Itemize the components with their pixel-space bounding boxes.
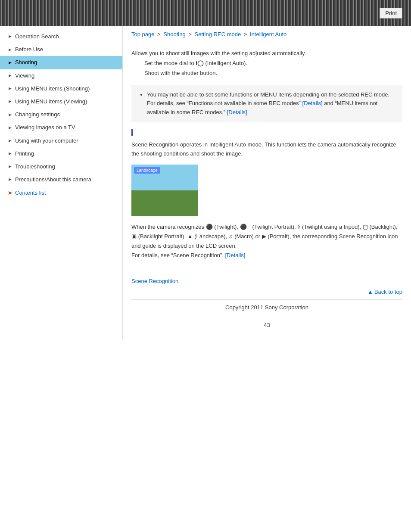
- print-button[interactable]: Print: [380, 8, 402, 19]
- page-number: 43: [131, 319, 402, 331]
- breadcrumb-sep1: >: [156, 31, 162, 37]
- section-header: [131, 129, 402, 136]
- sidebar-item-menu-shooting[interactable]: ► Using MENU items (Shooting): [0, 82, 122, 95]
- scene-details-link[interactable]: [Details]: [225, 252, 246, 258]
- arrow-icon-10: ►: [8, 163, 12, 170]
- footer: Copyright 2011 Sony Corporation: [131, 299, 402, 319]
- section-header-text: [137, 129, 138, 136]
- main-content: Top page > Shooting > Setting REC mode >…: [123, 26, 411, 339]
- sidebar-label-3: Viewing: [15, 72, 34, 80]
- sidebar-label-0: Operation Search: [15, 33, 59, 40]
- backlight-portrait-icon: ▣: [131, 233, 138, 240]
- sidebar-item-viewing-tv[interactable]: ► Viewing images on a TV: [0, 121, 122, 134]
- arrow-icon-8: ►: [8, 137, 12, 144]
- sidebar-item-before-use[interactable]: ► Before Use: [0, 43, 122, 56]
- sidebar-label-1: Before Use: [15, 46, 43, 53]
- portrait-icon: ▶: [262, 233, 268, 240]
- arrow-icon-3: ►: [8, 72, 12, 79]
- sidebar-item-precautions[interactable]: ► Precautions/About this camera: [0, 173, 122, 186]
- note-box: You may not be able to set some function…: [131, 85, 402, 122]
- footer-text: Copyright 2011 Sony Corporation: [225, 304, 308, 311]
- back-to-top-row: ▲Back to top: [131, 289, 402, 295]
- sidebar-label-4: Using MENU items (Shooting): [15, 85, 90, 93]
- arrow-icon-2: ►: [8, 59, 12, 66]
- sidebar-item-menu-viewing[interactable]: ► Using MENU items (Viewing): [0, 95, 122, 108]
- breadcrumb-sep2: >: [187, 31, 193, 37]
- sidebar-item-troubleshooting[interactable]: ► Troubleshooting: [0, 160, 122, 173]
- arrow-icon-11: ►: [8, 176, 12, 183]
- twilight-portrait-icon: ⚫: [240, 224, 252, 230]
- scene-recognition-intro: Scene Recognition operates in Intelligen…: [131, 140, 402, 159]
- sidebar-item-changing-settings[interactable]: ► Changing settings: [0, 108, 122, 121]
- twilight-tripod-icon: ⚕: [297, 224, 302, 230]
- mode-dial-icon: i◯: [196, 60, 205, 66]
- breadcrumb-setting-rec[interactable]: Setting REC mode: [194, 31, 241, 37]
- divider-1: [131, 269, 402, 269]
- related-links: Scene Recognition: [131, 278, 402, 284]
- sidebar-label-7: Viewing images on a TV: [15, 124, 75, 131]
- sidebar-label-6: Changing settings: [15, 111, 60, 118]
- sidebar-label-8: Using with your computer: [15, 137, 78, 145]
- breadcrumb-top[interactable]: Top page: [131, 31, 155, 37]
- back-to-top-triangle: ▲: [367, 289, 373, 295]
- note-link-2[interactable]: [Details]: [227, 109, 247, 115]
- sidebar-label-2: Shooting: [15, 59, 37, 66]
- arrow-icon-4: ►: [8, 85, 12, 92]
- breadcrumb-shooting[interactable]: Shooting: [163, 31, 185, 37]
- landscape-image: Landscape: [131, 165, 198, 216]
- sidebar-label-11: Precautions/About this camera: [15, 176, 91, 184]
- contents-list-label: Contents list: [15, 190, 46, 196]
- main-description: Allows you to shoot still images with th…: [131, 49, 402, 78]
- note-link-1[interactable]: [Details]: [302, 100, 323, 106]
- arrow-icon-7: ►: [8, 124, 12, 131]
- twilight-icon: ⚫: [206, 224, 215, 230]
- landscape-icon: ▲: [187, 233, 194, 240]
- image-overlay-label: Landscape: [134, 167, 160, 174]
- step1-text: Set the mode dial to i◯ (Intelligent Aut…: [144, 58, 402, 68]
- sidebar-label-10: Troubleshooting: [15, 163, 55, 171]
- scene-details: When the camera recognizes ⚫ (Twilight),…: [131, 222, 402, 260]
- arrow-icon-6: ►: [8, 112, 12, 118]
- scene-details-link-text: For details, see “Scene Recognition”.: [131, 252, 225, 258]
- arrow-icon-9: ►: [8, 150, 12, 157]
- description-text: Allows you to shoot still images with th…: [131, 50, 306, 56]
- back-to-top-label: Back to top: [374, 289, 402, 295]
- arrow-icon-5: ►: [8, 98, 12, 105]
- back-to-top-link[interactable]: ▲Back to top: [367, 289, 402, 295]
- sidebar-item-shooting[interactable]: ► Shooting: [0, 56, 122, 69]
- header-bar: Print: [0, 0, 411, 26]
- sidebar: ► Operation Search ► Before Use ► Shooti…: [0, 26, 123, 339]
- arrow-icon-1: ►: [8, 47, 12, 53]
- main-layout: ► Operation Search ► Before Use ► Shooti…: [0, 26, 411, 339]
- sidebar-label-9: Printing: [15, 150, 34, 158]
- contents-list-link[interactable]: ➤ Contents list: [0, 186, 122, 199]
- contents-arrow-icon: ➤: [8, 190, 12, 196]
- sidebar-item-using-computer[interactable]: ► Using with your computer: [0, 134, 122, 147]
- breadcrumb-intelligent-auto[interactable]: Intelligent Auto: [250, 31, 286, 37]
- macro-icon: ♫: [229, 233, 234, 240]
- step2-text: Shoot with the shutter button.: [144, 68, 402, 78]
- backlight-icon: ▢: [363, 224, 370, 230]
- arrow-icon-0: ►: [8, 33, 12, 40]
- breadcrumb: Top page > Shooting > Setting REC mode >…: [131, 26, 402, 42]
- sidebar-item-printing[interactable]: ► Printing: [0, 147, 122, 160]
- scene-recognition-link[interactable]: Scene Recognition: [131, 278, 178, 284]
- breadcrumb-sep3: >: [242, 31, 249, 37]
- sidebar-item-operation-search[interactable]: ► Operation Search: [0, 30, 122, 43]
- camera-image: Landscape: [131, 165, 198, 216]
- sidebar-label-5: Using MENU items (Viewing): [15, 98, 87, 106]
- sidebar-item-viewing[interactable]: ► Viewing: [0, 69, 122, 82]
